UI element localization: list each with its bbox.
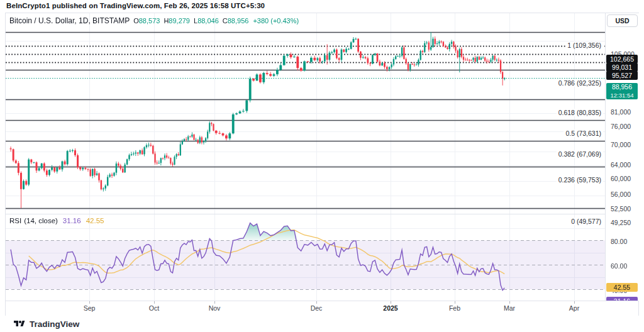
time-tick-mark (509, 301, 510, 304)
rsi-title: RSI (9, 217, 21, 224)
time-tick-mark (455, 301, 455, 304)
time-tick-mark (89, 301, 90, 304)
fib-level-label: 0.5 (73,631) (564, 130, 603, 137)
ohlc-key: O (133, 17, 139, 25)
ohlc-values: O88,573H89,279L88,046C88,956+380 (+0.43%… (130, 16, 299, 25)
time-tick-mark (154, 301, 155, 304)
price-line-badge: 95,527 (606, 71, 638, 80)
rsi-tick: 80.00 (611, 238, 627, 245)
rsi-params: (14, close) (24, 217, 58, 224)
price-tick: 49,250 (611, 219, 631, 226)
fib-level-label: 1 (109,356) (565, 42, 603, 49)
tradingview-logo[interactable]: TradingView (14, 318, 79, 330)
time-tick-mark (214, 301, 215, 304)
rsi-ma-value: 42.55 (86, 217, 104, 224)
ohlc-value: 88,573 (139, 17, 160, 25)
attribution-bar: BeInCrypto1 published on TradingView.com… (6, 2, 265, 9)
page: { "attribution": "BeInCrypto1 published … (0, 0, 644, 332)
fib-level-label: 0.236 (59,753) (557, 176, 603, 184)
ohlc-value: 89,279 (169, 17, 190, 25)
time-tick-mark (574, 301, 575, 304)
time-label: Mar (504, 304, 515, 312)
time-label: Oct (149, 304, 159, 312)
price-tick: 56,000 (611, 191, 631, 198)
main-chart-canvas[interactable] (6, 13, 605, 301)
fib-level-label: 0.618 (80,835) (557, 109, 603, 116)
time-label: 2025 (383, 304, 397, 312)
price-axis[interactable]: USD 105,00081,00076,00070,00064,00060,00… (605, 13, 639, 301)
chart-widget: 1 (109,356)0.786 (92,325)0.618 (80,835)0… (5, 13, 639, 316)
ohlc-key: C (223, 17, 228, 25)
fib-level-label: 0.382 (67,069) (557, 150, 603, 158)
bar-countdown: 12:31:54 (606, 91, 638, 99)
fib-level-label: 0 (49,577) (569, 218, 603, 225)
price-tick: 81,000 (611, 108, 631, 116)
pane-separator[interactable] (6, 214, 638, 214)
fib-level-label: 0.786 (92,325) (557, 79, 603, 87)
ohlc-value: 88,046 (197, 17, 219, 25)
currency-toggle-button[interactable]: USD (607, 14, 638, 27)
price-tick: 76,000 (611, 123, 631, 130)
time-tick-mark (391, 301, 391, 304)
price-tick: 70,000 (611, 141, 631, 148)
rsi-tick: 60.00 (611, 262, 627, 270)
price-tick: 60,000 (611, 175, 631, 182)
price-tick: 52,500 (611, 205, 631, 213)
time-label: Apr (569, 304, 579, 312)
rsi-value: 31.16 (63, 217, 81, 224)
change-value: +380 (+0.43%) (253, 17, 299, 25)
time-label: Dec (311, 304, 323, 312)
price-tick: 64,000 (611, 161, 631, 169)
time-tick-mark (316, 301, 317, 304)
symbol-title: Bitcoin / U.S. Dollar, 1D, BITSTAMP (9, 16, 130, 25)
tradingview-wordmark: TradingView (30, 319, 79, 329)
time-label: Nov (209, 304, 221, 312)
ohlc-value: 88,956 (228, 17, 249, 25)
time-label: Feb (449, 304, 460, 312)
symbol-legend[interactable]: Bitcoin / U.S. Dollar, 1D, BITSTAMPO88,5… (9, 16, 299, 25)
current-price-badge: 88,956 12:31:54 (606, 83, 638, 99)
rsi-legend[interactable]: RSI(14, close)31.1642.55 (9, 217, 104, 224)
time-axis[interactable]: SepOctNovDec2025FebMarApr (6, 301, 638, 316)
tradingview-icon (14, 319, 25, 328)
current-price-value: 88,956 (606, 83, 638, 91)
rsi-ma-badge: 42.55 (606, 283, 638, 292)
time-label: Sep (84, 304, 96, 312)
